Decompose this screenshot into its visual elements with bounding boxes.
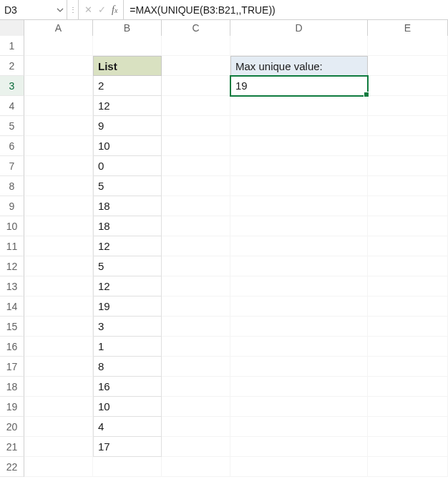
cell[interactable] [368, 317, 448, 337]
cell[interactable] [230, 216, 368, 236]
cell[interactable] [230, 136, 368, 156]
cell[interactable] [230, 377, 368, 397]
cell[interactable] [162, 216, 230, 236]
cell[interactable] [24, 296, 93, 317]
row-header[interactable]: 8 [0, 176, 24, 196]
cell[interactable] [24, 377, 93, 397]
cell[interactable] [368, 36, 448, 56]
cell[interactable] [162, 457, 230, 477]
cell[interactable] [93, 457, 162, 477]
cell[interactable] [368, 457, 448, 477]
row-header[interactable]: 4 [0, 96, 24, 116]
cell[interactable] [24, 236, 93, 256]
list-value-cell[interactable]: 3 [93, 317, 162, 337]
cell[interactable] [162, 256, 230, 276]
cell[interactable] [24, 417, 93, 437]
cell[interactable] [230, 357, 368, 377]
row-header[interactable]: 6 [0, 136, 24, 156]
cell[interactable] [162, 296, 230, 317]
list-value-cell[interactable]: 16 [93, 377, 162, 397]
row-header[interactable]: 3 [0, 76, 24, 96]
cell[interactable] [368, 76, 448, 96]
cell[interactable] [368, 256, 448, 276]
cell[interactable] [368, 377, 448, 397]
cell[interactable] [93, 36, 162, 56]
list-value-cell[interactable]: 10 [93, 136, 162, 156]
cell[interactable] [368, 397, 448, 417]
cell[interactable] [230, 337, 368, 357]
cell[interactable] [162, 136, 230, 156]
cell[interactable] [230, 437, 368, 457]
cell[interactable] [24, 116, 93, 136]
cell[interactable] [162, 337, 230, 357]
select-all-corner[interactable] [0, 20, 24, 37]
cell[interactable] [162, 156, 230, 176]
cell[interactable] [24, 156, 93, 176]
row-header[interactable]: 9 [0, 196, 24, 216]
cell[interactable] [230, 296, 368, 317]
cell[interactable] [24, 76, 93, 96]
cell[interactable] [368, 357, 448, 377]
max-header-cell[interactable]: Max unique value: [230, 56, 368, 76]
fx-icon[interactable]: fx [112, 4, 117, 16]
cell[interactable] [230, 96, 368, 116]
cell[interactable] [368, 176, 448, 196]
list-header-cell[interactable]: List [93, 56, 162, 76]
row-header[interactable]: 19 [0, 397, 24, 417]
cell[interactable] [162, 176, 230, 196]
max-value-cell[interactable]: 19 [230, 76, 368, 96]
cell[interactable] [368, 196, 448, 216]
cell[interactable] [230, 457, 368, 477]
cell[interactable] [162, 377, 230, 397]
row-header[interactable]: 14 [0, 296, 24, 317]
col-header-B[interactable]: B [93, 20, 162, 37]
row-header[interactable]: 17 [0, 357, 24, 377]
cell[interactable] [230, 156, 368, 176]
cell[interactable] [24, 457, 93, 477]
cell[interactable] [24, 136, 93, 156]
list-value-cell[interactable]: 10 [93, 397, 162, 417]
list-value-cell[interactable]: 17 [93, 437, 162, 457]
row-header[interactable]: 12 [0, 256, 24, 276]
list-value-cell[interactable]: 12 [93, 96, 162, 116]
cell[interactable] [24, 276, 93, 296]
list-value-cell[interactable]: 8 [93, 357, 162, 377]
cell[interactable] [162, 417, 230, 437]
cell[interactable] [368, 437, 448, 457]
list-value-cell[interactable]: 1 [93, 337, 162, 357]
cell[interactable] [162, 276, 230, 296]
cell[interactable] [230, 236, 368, 256]
cell[interactable] [24, 256, 93, 276]
cell[interactable] [24, 196, 93, 216]
row-header[interactable]: 22 [0, 457, 24, 477]
row-header[interactable]: 18 [0, 377, 24, 397]
list-value-cell[interactable]: 18 [93, 216, 162, 236]
cell[interactable] [24, 36, 93, 56]
cell[interactable] [230, 116, 368, 136]
cell[interactable] [162, 116, 230, 136]
cell[interactable] [24, 56, 93, 76]
row-header[interactable]: 11 [0, 236, 24, 256]
cell[interactable] [368, 96, 448, 116]
cell[interactable] [368, 417, 448, 437]
cell[interactable] [162, 196, 230, 216]
cell[interactable] [230, 176, 368, 196]
cell[interactable] [24, 176, 93, 196]
row-header[interactable]: 7 [0, 156, 24, 176]
row-header[interactable]: 5 [0, 116, 24, 136]
cell[interactable] [162, 96, 230, 116]
cell[interactable] [230, 417, 368, 437]
list-value-cell[interactable]: 12 [93, 236, 162, 256]
cell[interactable] [24, 437, 93, 457]
list-value-cell[interactable]: 4 [93, 417, 162, 437]
cell[interactable] [162, 236, 230, 256]
cell[interactable] [368, 216, 448, 236]
list-value-cell[interactable]: 12 [93, 276, 162, 296]
spreadsheet-grid[interactable]: A B C D E 12ListMax unique value:3219412… [0, 20, 448, 477]
cell[interactable] [24, 357, 93, 377]
col-header-E[interactable]: E [368, 20, 448, 37]
cell[interactable] [162, 76, 230, 96]
cell[interactable] [368, 296, 448, 317]
cell[interactable] [230, 317, 368, 337]
cell[interactable] [368, 116, 448, 136]
